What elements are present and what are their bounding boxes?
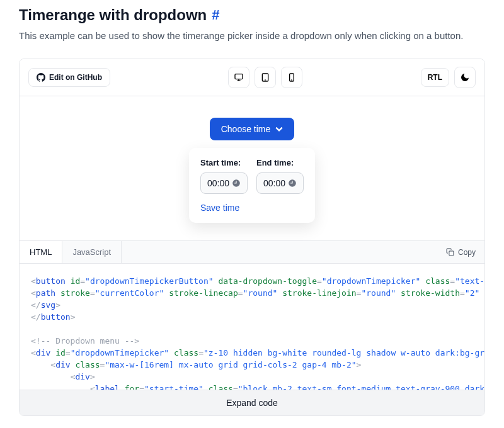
svg-rect-3 (449, 251, 454, 256)
edit-on-github-label: Edit on GitHub (49, 73, 102, 82)
toolbar: Edit on GitHub RTL (20, 59, 484, 96)
mobile-icon (287, 72, 297, 82)
end-time-input[interactable]: 00:00 (256, 172, 304, 194)
copy-icon (446, 248, 454, 256)
start-time-value: 00:00 (207, 178, 229, 188)
choose-time-button[interactable]: Choose time (210, 118, 295, 140)
end-time-value: 00:00 (263, 178, 285, 188)
start-time-label: Start time: (200, 158, 248, 167)
rtl-toggle-button[interactable]: RTL (421, 68, 449, 87)
viewport-desktop-button[interactable] (228, 67, 249, 88)
page-title: Timerange with dropdown # (19, 6, 485, 24)
anchor-link[interactable]: # (212, 7, 219, 23)
choose-time-label: Choose time (221, 124, 271, 134)
chevron-down-icon (275, 125, 283, 133)
expand-code-button[interactable]: Expand code (20, 390, 484, 415)
clock-icon (288, 179, 297, 188)
example-panel: Edit on GitHub RTL Choose time (19, 59, 485, 416)
copy-button[interactable]: Copy (437, 242, 484, 263)
clock-icon (232, 179, 241, 188)
tab-javascript[interactable]: JavaScript (62, 241, 122, 263)
tablet-icon (260, 72, 270, 82)
moon-icon (460, 72, 470, 82)
end-time-label: End time: (256, 158, 304, 167)
tab-html[interactable]: HTML (20, 241, 62, 263)
start-time-input[interactable]: 00:00 (200, 172, 248, 194)
code-tabs: HTML JavaScript Copy (20, 240, 484, 264)
edit-on-github-button[interactable]: Edit on GitHub (28, 68, 110, 87)
code-block: <button id="dropdownTimepickerButton" da… (20, 264, 484, 390)
github-icon (37, 73, 45, 82)
description: This example can be used to show the tim… (19, 30, 485, 41)
viewport-tablet-button[interactable] (255, 67, 276, 88)
dark-mode-toggle-button[interactable] (454, 67, 476, 88)
heading-text: Timerange with dropdown (19, 6, 207, 24)
save-time-button[interactable]: Save time (200, 203, 304, 213)
copy-label: Copy (458, 248, 476, 257)
svg-rect-0 (235, 74, 243, 79)
timepicker-dropdown: Start time: 00:00 End time: 00:00 Save t… (189, 148, 315, 223)
viewport-mobile-button[interactable] (281, 67, 302, 88)
preview-area: Choose time Start time: 00:00 End time: … (20, 96, 484, 240)
desktop-icon (234, 72, 244, 82)
